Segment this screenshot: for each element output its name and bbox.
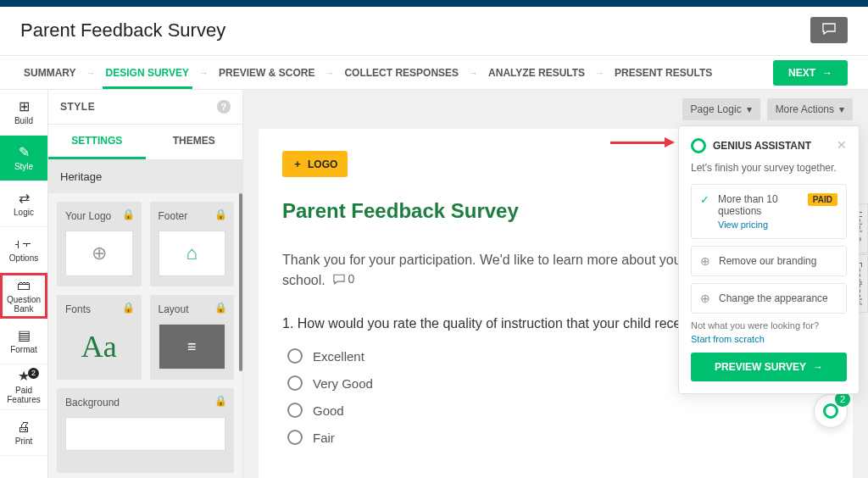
logo-preview: ⊕ <box>65 231 133 276</box>
tab-collect-responses[interactable]: COLLECT RESPONSES <box>341 57 462 89</box>
help-icon[interactable]: ? <box>217 100 231 114</box>
subtab-themes[interactable]: THEMES <box>146 125 243 159</box>
page-title: Parent Feedback Survey <box>20 19 225 42</box>
footer-preview: ⌂ <box>159 231 226 276</box>
plus-circle-icon: ⊕ <box>700 255 710 267</box>
style-panel-head: STYLE ? <box>48 90 242 125</box>
top-brand-bar <box>0 0 868 7</box>
style-card-logo[interactable]: 🔒 Your Logo ⊕ <box>57 202 142 286</box>
radio-icon <box>287 403 303 418</box>
rail-paid-features[interactable]: ★Paid Features2 <box>0 364 47 410</box>
options-icon: ⫞⫟ <box>14 237 34 251</box>
nav-tabs: SUMMARY→ DESIGN SURVEY→ PREVIEW & SCORE→… <box>0 56 868 90</box>
next-button[interactable]: NEXT→ <box>773 60 848 86</box>
tab-summary[interactable]: SUMMARY <box>20 57 80 89</box>
chevron-down-icon: ▾ <box>747 103 752 115</box>
chat-button[interactable] <box>810 17 848 43</box>
canvas-toolbar: Page Logic ▾ More Actions ▾ <box>259 90 853 129</box>
radio-icon <box>287 348 303 364</box>
assistant-item-appearance[interactable]: ⊕ Change the appearance <box>691 283 847 314</box>
genius-assistant-icon <box>823 403 838 419</box>
close-icon[interactable]: ✕ <box>837 138 847 152</box>
lock-icon: 🔒 <box>122 302 135 314</box>
print-icon: 🖨 <box>17 420 31 434</box>
rail-format[interactable]: ▤Format <box>0 319 47 364</box>
more-actions-button[interactable]: More Actions ▾ <box>767 98 853 120</box>
lock-icon: 🔒 <box>214 395 227 407</box>
radio-icon <box>287 430 303 445</box>
assistant-item-questions[interactable]: ✓ More than 10 questions View pricing PA… <box>691 184 847 239</box>
assistant-item-branding[interactable]: ⊕ Remove our branding <box>691 246 847 276</box>
genius-assistant-panel: GENIUS ASSISTANT ✕ Let's finish your sur… <box>678 125 860 394</box>
option-good[interactable]: Good <box>287 403 829 418</box>
rail-question-bank[interactable]: 🗃Question Bank <box>0 273 47 319</box>
style-subtabs: SETTINGS THEMES <box>48 125 242 160</box>
start-from-scratch-link[interactable]: Start from scratch <box>691 334 847 344</box>
assistant-note: Not what you were looking for? <box>691 320 847 331</box>
tab-design-survey[interactable]: DESIGN SURVEY <box>103 57 192 89</box>
lock-icon: 🔒 <box>214 302 227 314</box>
question-bank-icon: 🗃 <box>17 279 31 292</box>
preview-survey-button[interactable]: PREVIEW SURVEY→ <box>691 353 847 381</box>
page-logic-button[interactable]: Page Logic ▾ <box>682 98 760 120</box>
style-card-fonts[interactable]: 🔒 Fonts Aa <box>57 295 142 380</box>
style-panel-body: 🔒 Your Logo ⊕ 🔒 Footer ⌂ 🔒 Fonts Aa <box>48 193 242 478</box>
lock-icon: 🔒 <box>214 208 227 220</box>
tab-preview-score[interactable]: PREVIEW & SCORE <box>215 57 318 89</box>
logic-icon: ⇄ <box>19 192 30 205</box>
rail-print[interactable]: 🖨Print <box>0 410 47 456</box>
subtab-settings[interactable]: SETTINGS <box>48 125 146 159</box>
add-logo-button[interactable]: ＋LOGO <box>282 151 348 177</box>
assistant-tagline: Let's finish your survey together. <box>691 162 847 174</box>
plus-circle-icon: ⊕ <box>700 292 710 304</box>
plus-icon: ＋ <box>292 157 303 171</box>
genius-assistant-fab[interactable]: 2 <box>814 394 848 428</box>
layout-preview: ≡ <box>159 324 226 370</box>
theme-name[interactable]: Heritage <box>48 160 242 193</box>
comment-indicator[interactable]: 0 <box>333 270 355 288</box>
lock-icon: 🔒 <box>122 208 135 220</box>
rail-options[interactable]: ⫞⫟Options <box>0 227 47 273</box>
assistant-title: GENIUS ASSISTANT <box>713 140 811 152</box>
tab-present-results[interactable]: PRESENT RESULTS <box>611 57 715 89</box>
style-card-footer[interactable]: 🔒 Footer ⌂ <box>150 202 235 286</box>
rail-build[interactable]: ⊞Build <box>0 90 47 136</box>
view-pricing-link[interactable]: View pricing <box>718 220 799 230</box>
build-icon: ⊞ <box>19 100 30 114</box>
rail-logic[interactable]: ⇄Logic <box>0 181 47 227</box>
check-icon: ✓ <box>700 193 709 206</box>
left-rail: ⊞Build ✎Style ⇄Logic ⫞⫟Options 🗃Question… <box>0 90 48 478</box>
canvas-wrap: Page Logic ▾ More Actions ▾ ＋LOGO Parent… <box>243 90 868 478</box>
style-card-layout[interactable]: 🔒 Layout ≡ <box>150 295 235 380</box>
chevron-down-icon: ▾ <box>839 103 844 115</box>
style-panel: STYLE ? SETTINGS THEMES Heritage 🔒 Your … <box>48 90 243 478</box>
style-icon: ✎ <box>19 146 30 159</box>
page-header: Parent Feedback Survey <box>0 7 868 56</box>
fonts-preview: Aa <box>65 324 133 370</box>
rail-style[interactable]: ✎Style <box>0 136 47 181</box>
tab-analyze-results[interactable]: ANALYZE RESULTS <box>485 57 588 89</box>
format-icon: ▤ <box>18 329 31 342</box>
background-preview <box>65 417 225 451</box>
annotation-arrow <box>610 137 675 147</box>
option-fair[interactable]: Fair <box>287 430 829 445</box>
radio-icon <box>287 375 303 391</box>
scrollbar[interactable] <box>239 193 242 371</box>
style-card-background[interactable]: 🔒 Background <box>57 388 234 473</box>
paid-badge: PAID <box>808 193 837 206</box>
genius-assistant-icon <box>691 138 706 153</box>
